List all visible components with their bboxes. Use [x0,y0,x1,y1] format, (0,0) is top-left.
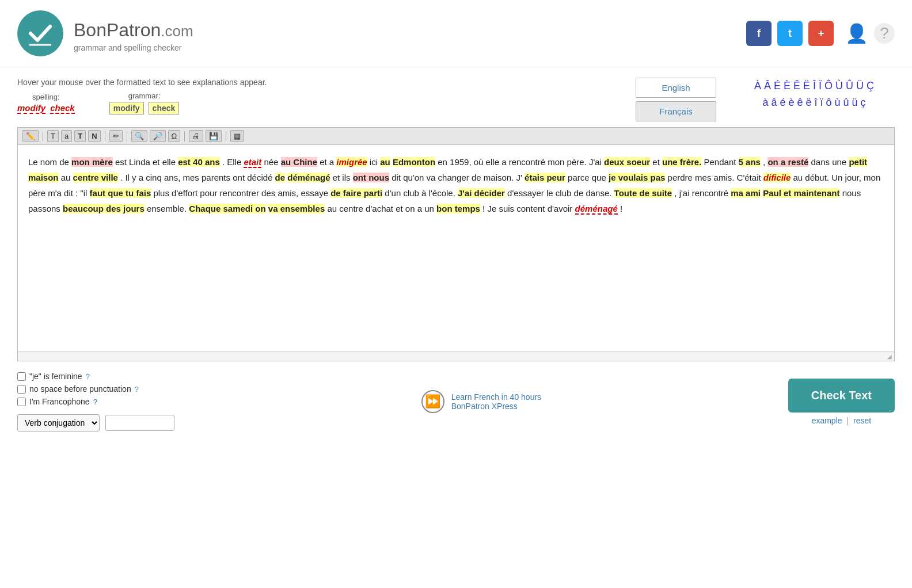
no-space-checkbox[interactable] [17,385,26,394]
language-buttons: English Français [636,78,716,121]
check-spell-badge: check [50,103,75,114]
je-feminine-help[interactable]: ? [86,372,90,381]
highlight-beaucoup-des-jours: beaucoup des jours [63,204,145,213]
verb-conjugation-select[interactable]: Verb conjugationVerb searchWord lookup [17,414,100,432]
resize-handle[interactable]: ◢ [17,352,895,361]
highlight-est-40-ans: est 40 ans [178,157,220,167]
highlight-demenage: déménagé [287,173,330,182]
twitter-button[interactable]: t [777,21,803,46]
modify-spell-badge: modify [17,103,45,114]
check-text-button[interactable]: Check Text [788,379,895,413]
french-button[interactable]: Français [636,101,716,121]
highlight-ont-nous: ont nous [353,173,389,182]
francophone-checkbox[interactable] [17,398,26,406]
highlight-on-a-reste: on a resté [767,157,808,167]
logo-title: BonPatron.com [74,14,193,42]
options-row: "je" is feminine ? no space before punct… [17,367,895,436]
highlight-faut-que-tu-fais: faut que tu fais [90,188,151,198]
toolbar-T2-icon[interactable]: T [74,130,86,142]
learn-line1: Learn French in 40 hours [451,392,541,402]
highlight-5-ans: 5 ans [739,157,761,167]
verb-input[interactable] [105,415,174,431]
francophone-label: I'm Francophone [29,397,90,406]
toolbar-N-icon[interactable]: N [88,130,100,142]
spelling-label: spelling: [32,93,60,101]
spelling-badges: modify check [17,103,75,114]
toolbar-text-icon[interactable]: T [47,130,59,142]
highlight-ma-ami: ma ami [731,188,761,198]
highlight-dificile: dificile [763,173,791,182]
no-space-label: no space before punctuation [29,384,131,394]
toolbar-sep-5 [226,131,226,142]
play-button[interactable]: ⏩ [421,390,444,413]
toolbar-print-icon[interactable]: 🖨 [189,130,203,142]
user-icon[interactable]: 👤 [845,22,868,44]
main-content: Hover your mouse over the formatted text… [0,67,912,446]
highlight-etais-peur: étais peur [525,173,565,182]
highlight-va-ensembles: va ensembles [268,204,325,213]
no-space-help[interactable]: ? [135,385,139,394]
toolbar-find-icon[interactable]: 🔎 [150,130,166,142]
francophone-help[interactable]: ? [93,398,97,406]
highlight-au-1: au [380,157,390,167]
no-space-option: no space before punctuation ? [17,384,174,394]
learn-line2: BonPatron XPress [451,402,541,411]
highlight-une-frere: une frère. [662,157,701,167]
legend-row: spelling: modify check grammar: modify c… [17,91,618,114]
toolbar-edit-icon[interactable]: ✏️ [22,130,39,142]
toolbar-search-icon[interactable]: 🔍 [131,130,147,142]
toolbar-omega-icon[interactable]: Ω [168,130,181,142]
header: BonPatron.com grammar and spelling check… [0,0,912,67]
example-reset-links: example | reset [812,416,871,425]
highlight-chaque-samedi-on: Chaque samedi on [189,204,265,213]
learn-french-section[interactable]: ⏩ Learn French in 40 hours BonPatron XPr… [421,390,541,413]
english-button[interactable]: English [636,78,716,98]
je-feminine-option: "je" is feminine ? [17,372,174,381]
toolbar-sep-4 [184,131,185,142]
grammar-legend: grammar: modify check [109,91,180,114]
special-chars-uppercase[interactable]: À Â É È Ê Ë Î Ï Ô Ù Û Ü Ç [734,78,895,94]
options-right: Check Text example | reset [788,379,895,425]
logo-text: BonPatron.com grammar and spelling check… [74,14,193,52]
toolbar-sep-3 [127,131,127,142]
instructions-row: Hover your mouse over the formatted text… [17,78,895,121]
modify-gram-badge: modify [109,102,144,114]
example-link[interactable]: example [812,416,842,425]
highlight-demenage-2: déménagé [575,204,618,215]
toolbar-pencil-icon[interactable]: ✏ [109,130,123,142]
grammar-label: grammar: [128,91,161,100]
logo-subtitle: grammar and spelling checker [74,43,193,52]
highlight-mon-mere: mon mère [71,157,113,167]
highlight-toute-de-suite: Toute de suite [614,188,672,198]
highlight-edmonton: Edmonton [393,157,435,167]
highlight-de-faire-parti: de faire parti [330,188,382,198]
toolbar-layout-icon[interactable]: ▦ [230,130,244,142]
grammar-badges: modify check [109,102,180,114]
help-icon[interactable]: ? [874,23,895,44]
editor-content-area[interactable]: Le nom de mon mère est Linda et elle est… [17,145,895,352]
je-feminine-label: "je" is feminine [29,372,82,381]
highlight-etait: etait [244,157,261,168]
hover-instruction: Hover your mouse over the formatted text… [17,78,618,87]
toolbar-a-icon[interactable]: a [61,130,72,142]
special-characters: À Â É È Ê Ë Î Ï Ô Ù Û Ü Ç à â é è ê ë î … [734,78,895,111]
highlight-au-chine: au Chine [281,157,317,167]
special-chars-lowercase[interactable]: à â é è ê ë î ï ô ù û ü ç [734,94,895,111]
reset-link[interactable]: reset [853,416,871,425]
logo-icon [17,10,63,56]
highlight-imigree: imigrée [336,157,367,167]
highlight-bon-temps: bon temps [436,204,480,213]
highlight-centre-ville: centre ville [73,173,118,182]
highlight-deux-soeur: deux soeur [604,157,650,167]
spelling-legend: spelling: modify check [17,93,75,114]
check-gram-badge: check [149,102,180,114]
googleplus-button[interactable]: + [808,21,834,46]
francophone-option: I'm Francophone ? [17,397,174,406]
facebook-button[interactable]: f [746,21,772,46]
toolbar-save-icon[interactable]: 💾 [206,130,222,142]
options-left: "je" is feminine ? no space before punct… [17,372,174,432]
highlight-je-voulais-pas: je voulais pas [609,173,665,182]
verb-row: Verb conjugationVerb searchWord lookup [17,414,174,432]
highlight-de: de [275,173,286,182]
je-feminine-checkbox[interactable] [17,372,26,381]
